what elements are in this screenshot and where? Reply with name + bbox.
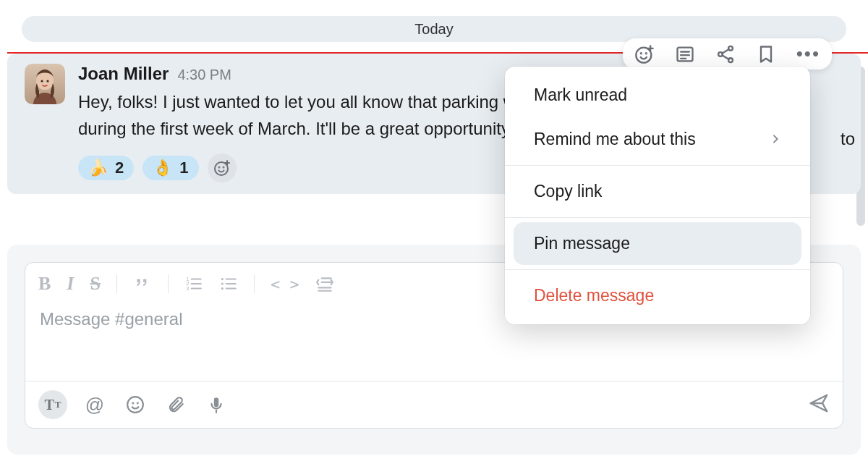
toolbar-separator xyxy=(168,274,169,293)
message-hover-toolbar: ••• xyxy=(623,38,832,69)
strikethrough-button[interactable]: S xyxy=(90,273,100,295)
menu-mark-unread[interactable]: Mark unread xyxy=(514,74,801,117)
svg-point-2 xyxy=(41,80,43,82)
more-actions-icon[interactable]: ••• xyxy=(796,43,820,65)
formatting-toggle-button[interactable]: TT xyxy=(38,390,67,419)
menu-separator xyxy=(505,165,810,166)
ok-hand-emoji: 👌 xyxy=(153,159,172,177)
message-context-menu: Mark unread Remind me about this Copy li… xyxy=(505,67,810,324)
reaction-count: 2 xyxy=(115,159,124,177)
toolbar-separator xyxy=(116,274,117,293)
svg-point-3 xyxy=(46,80,48,82)
svg-point-8 xyxy=(640,53,641,54)
ordered-list-button[interactable]: 123 xyxy=(184,274,203,293)
menu-separator xyxy=(505,269,810,270)
menu-delete-message[interactable]: Delete message xyxy=(514,274,801,317)
svg-point-22 xyxy=(137,403,138,403)
inline-code-button[interactable]: < > xyxy=(271,275,299,293)
message-author[interactable]: Joan Miller xyxy=(78,64,169,84)
italic-button[interactable]: I xyxy=(67,273,74,295)
menu-label: Pin message xyxy=(534,234,630,253)
svg-point-5 xyxy=(218,167,219,168)
reaction-ok-hand[interactable]: 👌 1 xyxy=(142,156,198,180)
toolbar-separator xyxy=(254,274,255,293)
add-reaction-button[interactable] xyxy=(208,153,237,182)
send-button[interactable] xyxy=(808,392,830,417)
add-reaction-icon[interactable] xyxy=(634,44,655,64)
banana-emoji: 🍌 xyxy=(88,159,108,177)
svg-point-6 xyxy=(223,167,224,168)
reaction-banana[interactable]: 🍌 2 xyxy=(78,156,134,180)
unordered-list-button[interactable] xyxy=(219,274,238,293)
thread-icon[interactable] xyxy=(675,44,695,64)
menu-label: Delete message xyxy=(534,286,654,305)
menu-label: Mark unread xyxy=(534,85,627,105)
svg-point-7 xyxy=(636,47,651,62)
mention-button[interactable]: @ xyxy=(82,392,108,418)
date-label: Today xyxy=(414,21,453,38)
menu-copy-link[interactable]: Copy link xyxy=(514,170,801,213)
menu-pin-message[interactable]: Pin message xyxy=(514,222,801,265)
svg-point-21 xyxy=(132,403,133,403)
svg-rect-23 xyxy=(214,397,219,407)
blockquote-button[interactable] xyxy=(133,274,152,293)
audio-record-button[interactable] xyxy=(203,392,229,418)
svg-point-17 xyxy=(221,278,224,280)
emoji-button[interactable] xyxy=(122,392,148,418)
bookmark-icon[interactable] xyxy=(756,44,776,64)
share-icon[interactable] xyxy=(715,44,736,64)
message-time: 4:30 PM xyxy=(177,67,231,83)
menu-label: Copy link xyxy=(534,182,603,201)
svg-point-4 xyxy=(215,162,228,175)
code-block-button[interactable] xyxy=(315,274,334,293)
overflow-text-fragment: to xyxy=(841,129,855,149)
svg-point-20 xyxy=(127,397,143,413)
svg-point-1 xyxy=(36,72,54,90)
svg-point-9 xyxy=(645,53,646,54)
menu-separator xyxy=(505,217,810,218)
avatar[interactable] xyxy=(25,64,65,104)
menu-label: Remind me about this xyxy=(534,130,696,149)
chevron-right-icon xyxy=(770,130,781,149)
menu-remind-me[interactable]: Remind me about this xyxy=(514,118,801,161)
bold-button[interactable]: B xyxy=(38,273,51,295)
attachment-button[interactable] xyxy=(163,392,189,418)
composer-bottom-toolbar: TT @ xyxy=(25,382,843,428)
svg-text:3: 3 xyxy=(186,285,189,292)
reaction-count: 1 xyxy=(179,159,188,177)
svg-point-18 xyxy=(221,282,224,285)
svg-point-19 xyxy=(221,287,224,290)
